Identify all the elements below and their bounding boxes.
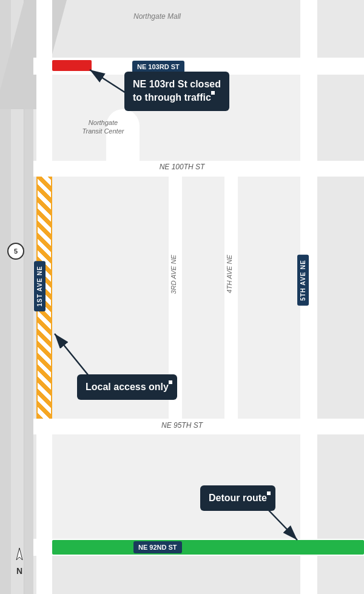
badge-ne103rd: NE 103RD ST [132,61,184,73]
badge-1st-ave: 1ST AVE NE [34,261,46,311]
block-mid-right [238,177,300,419]
label-ne95th: NE 95TH ST [0,421,364,430]
closed-road-segment [52,60,92,71]
green-detour-route [52,540,364,555]
street-4th-ave [224,161,238,434]
transit-center-label: Northgate Transit Center [82,118,124,136]
badge-5th-ave: 5TH AVE NE [297,255,309,306]
map-container: Northgate Mall Northgate Transit Center … [0,0,364,594]
north-label: N [16,566,22,576]
callout-detour-route: Detour route [200,485,275,511]
svg-marker-5 [16,548,22,560]
badge-ne92nd: NE 92ND ST [133,541,182,553]
block-mid-center [182,177,224,419]
northgate-mall-label: Northgate Mall [133,12,181,21]
callout-local-access: Local access only [77,374,177,400]
i5-badge: 5 [7,243,24,260]
north-arrow: N [13,548,25,576]
label-4th-ave: 4TH AVE NE [226,255,233,293]
callout-103rd-closed: NE 103rd St closedto through traffic [124,72,229,111]
transit-center-base [109,152,136,161]
label-ne100th: NE 100TH ST [0,163,364,171]
label-3rd-ave: 3RD AVE NE [170,255,177,294]
